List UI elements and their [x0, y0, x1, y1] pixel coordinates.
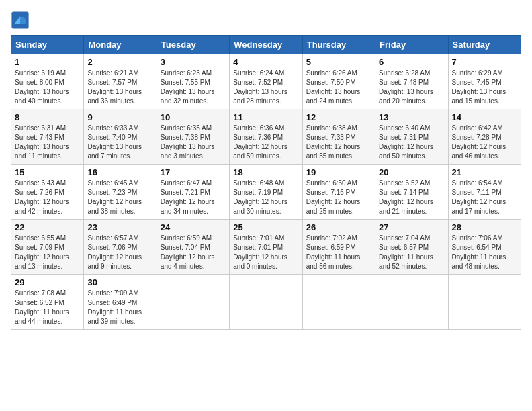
- day-number: 6: [379, 57, 444, 67]
- day-info: Sunrise: 6:59 AM Sunset: 7:04 PM Dayligh…: [161, 234, 226, 271]
- day-info: Sunrise: 6:21 AM Sunset: 7:57 PM Dayligh…: [87, 68, 152, 106]
- day-number: 12: [306, 112, 371, 122]
- day-number: 17: [161, 167, 226, 177]
- calendar-cell: 1 Sunrise: 6:19 AM Sunset: 8:00 PM Dayli…: [11, 54, 84, 109]
- calendar-cell: 9 Sunrise: 6:33 AM Sunset: 7:40 PM Dayli…: [84, 109, 157, 165]
- day-info: Sunrise: 6:31 AM Sunset: 7:43 PM Dayligh…: [15, 124, 80, 161]
- calendar-table: SundayMondayTuesdayWednesdayThursdayFrid…: [11, 35, 521, 330]
- calendar-week-5: 29 Sunrise: 7:08 AM Sunset: 6:52 PM Dayl…: [11, 275, 521, 330]
- day-number: 2: [87, 57, 152, 67]
- calendar-cell: [375, 275, 448, 330]
- day-info: Sunrise: 6:23 AM Sunset: 7:55 PM Dayligh…: [161, 68, 226, 106]
- calendar-cell: [230, 275, 302, 330]
- day-info: Sunrise: 6:43 AM Sunset: 7:26 PM Dayligh…: [15, 179, 80, 216]
- calendar-cell: 18 Sunrise: 6:48 AM Sunset: 7:19 PM Dayl…: [230, 165, 302, 220]
- day-number: 24: [161, 222, 226, 232]
- calendar-cell: 12 Sunrise: 6:38 AM Sunset: 7:33 PM Dayl…: [302, 109, 375, 165]
- calendar-cell: 22 Sunrise: 6:55 AM Sunset: 7:09 PM Dayl…: [11, 220, 84, 275]
- calendar-cell: 2 Sunrise: 6:21 AM Sunset: 7:57 PM Dayli…: [84, 54, 157, 109]
- day-info: Sunrise: 6:55 AM Sunset: 7:09 PM Dayligh…: [15, 234, 80, 271]
- day-number: 14: [452, 112, 517, 122]
- day-info: Sunrise: 6:19 AM Sunset: 8:00 PM Dayligh…: [15, 68, 80, 106]
- calendar-cell: 13 Sunrise: 6:40 AM Sunset: 7:31 PM Dayl…: [375, 109, 448, 165]
- day-number: 19: [306, 167, 371, 177]
- day-number: 11: [233, 112, 298, 122]
- day-number: 30: [87, 277, 152, 287]
- calendar-cell: 17 Sunrise: 6:47 AM Sunset: 7:21 PM Dayl…: [157, 165, 229, 220]
- calendar-cell: 4 Sunrise: 6:24 AM Sunset: 7:52 PM Dayli…: [230, 54, 302, 109]
- calendar-cell: 28 Sunrise: 7:06 AM Sunset: 6:54 PM Dayl…: [448, 220, 521, 275]
- calendar-cell: 11 Sunrise: 6:36 AM Sunset: 7:36 PM Dayl…: [230, 109, 302, 165]
- day-info: Sunrise: 6:57 AM Sunset: 7:06 PM Dayligh…: [87, 234, 152, 271]
- day-info: Sunrise: 6:40 AM Sunset: 7:31 PM Dayligh…: [379, 124, 444, 161]
- calendar-cell: [302, 275, 375, 330]
- calendar-cell: 30 Sunrise: 7:09 AM Sunset: 6:49 PM Dayl…: [84, 275, 157, 330]
- day-number: 13: [379, 112, 444, 122]
- day-number: 7: [452, 57, 517, 67]
- day-number: 18: [233, 167, 298, 177]
- day-number: 25: [233, 222, 298, 232]
- day-number: 29: [15, 277, 80, 287]
- day-number: 16: [87, 167, 152, 177]
- day-info: Sunrise: 6:36 AM Sunset: 7:36 PM Dayligh…: [233, 124, 298, 161]
- header: [11, 11, 521, 30]
- day-number: 5: [306, 57, 371, 67]
- calendar-week-4: 22 Sunrise: 6:55 AM Sunset: 7:09 PM Dayl…: [11, 220, 521, 275]
- day-header-sunday: Sunday: [11, 36, 84, 54]
- day-info: Sunrise: 6:35 AM Sunset: 7:38 PM Dayligh…: [161, 124, 226, 161]
- calendar-cell: 25 Sunrise: 7:01 AM Sunset: 7:01 PM Dayl…: [230, 220, 302, 275]
- day-info: Sunrise: 6:42 AM Sunset: 7:28 PM Dayligh…: [452, 124, 517, 161]
- logo-icon: [11, 11, 30, 30]
- day-info: Sunrise: 6:54 AM Sunset: 7:11 PM Dayligh…: [452, 179, 517, 216]
- day-header-thursday: Thursday: [302, 36, 375, 54]
- day-info: Sunrise: 6:45 AM Sunset: 7:23 PM Dayligh…: [87, 179, 152, 216]
- day-header-saturday: Saturday: [448, 36, 521, 54]
- day-info: Sunrise: 6:47 AM Sunset: 7:21 PM Dayligh…: [161, 179, 226, 216]
- calendar-cell: 16 Sunrise: 6:45 AM Sunset: 7:23 PM Dayl…: [84, 165, 157, 220]
- calendar-cell: [448, 275, 521, 330]
- calendar-cell: 19 Sunrise: 6:50 AM Sunset: 7:16 PM Dayl…: [302, 165, 375, 220]
- day-info: Sunrise: 6:33 AM Sunset: 7:40 PM Dayligh…: [87, 124, 152, 161]
- calendar-cell: 29 Sunrise: 7:08 AM Sunset: 6:52 PM Dayl…: [11, 275, 84, 330]
- day-number: 21: [452, 167, 517, 177]
- calendar-header-row: SundayMondayTuesdayWednesdayThursdayFrid…: [11, 36, 521, 54]
- day-number: 20: [379, 167, 444, 177]
- day-info: Sunrise: 6:50 AM Sunset: 7:16 PM Dayligh…: [306, 179, 371, 216]
- day-info: Sunrise: 7:09 AM Sunset: 6:49 PM Dayligh…: [87, 289, 152, 326]
- calendar-cell: 8 Sunrise: 6:31 AM Sunset: 7:43 PM Dayli…: [11, 109, 84, 165]
- day-number: 15: [15, 167, 80, 177]
- calendar-cell: 27 Sunrise: 7:04 AM Sunset: 6:57 PM Dayl…: [375, 220, 448, 275]
- calendar-cell: 10 Sunrise: 6:35 AM Sunset: 7:38 PM Dayl…: [157, 109, 229, 165]
- calendar-cell: 7 Sunrise: 6:29 AM Sunset: 7:45 PM Dayli…: [448, 54, 521, 109]
- calendar-cell: 15 Sunrise: 6:43 AM Sunset: 7:26 PM Dayl…: [11, 165, 84, 220]
- day-number: 23: [87, 222, 152, 232]
- calendar-cell: [157, 275, 229, 330]
- day-info: Sunrise: 6:48 AM Sunset: 7:19 PM Dayligh…: [233, 179, 298, 216]
- calendar-cell: 21 Sunrise: 6:54 AM Sunset: 7:11 PM Dayl…: [448, 165, 521, 220]
- day-info: Sunrise: 6:29 AM Sunset: 7:45 PM Dayligh…: [452, 68, 517, 106]
- day-number: 10: [161, 112, 226, 122]
- day-header-friday: Friday: [375, 36, 448, 54]
- day-info: Sunrise: 6:28 AM Sunset: 7:48 PM Dayligh…: [379, 68, 444, 106]
- calendar-cell: 24 Sunrise: 6:59 AM Sunset: 7:04 PM Dayl…: [157, 220, 229, 275]
- day-number: 9: [87, 112, 152, 122]
- calendar-week-3: 15 Sunrise: 6:43 AM Sunset: 7:26 PM Dayl…: [11, 165, 521, 220]
- day-number: 4: [233, 57, 298, 67]
- day-info: Sunrise: 7:06 AM Sunset: 6:54 PM Dayligh…: [452, 234, 517, 271]
- day-info: Sunrise: 6:24 AM Sunset: 7:52 PM Dayligh…: [233, 68, 298, 106]
- day-number: 3: [161, 57, 226, 67]
- calendar-week-2: 8 Sunrise: 6:31 AM Sunset: 7:43 PM Dayli…: [11, 109, 521, 165]
- calendar-cell: 20 Sunrise: 6:52 AM Sunset: 7:14 PM Dayl…: [375, 165, 448, 220]
- day-info: Sunrise: 7:04 AM Sunset: 6:57 PM Dayligh…: [379, 234, 444, 271]
- logo: [11, 11, 32, 30]
- day-info: Sunrise: 7:02 AM Sunset: 6:59 PM Dayligh…: [306, 234, 371, 271]
- calendar-cell: 3 Sunrise: 6:23 AM Sunset: 7:55 PM Dayli…: [157, 54, 229, 109]
- day-number: 22: [15, 222, 80, 232]
- day-number: 28: [452, 222, 517, 232]
- day-info: Sunrise: 6:26 AM Sunset: 7:50 PM Dayligh…: [306, 68, 371, 106]
- calendar-week-1: 1 Sunrise: 6:19 AM Sunset: 8:00 PM Dayli…: [11, 54, 521, 109]
- day-number: 26: [306, 222, 371, 232]
- day-header-wednesday: Wednesday: [230, 36, 302, 54]
- calendar-cell: 23 Sunrise: 6:57 AM Sunset: 7:06 PM Dayl…: [84, 220, 157, 275]
- day-info: Sunrise: 7:08 AM Sunset: 6:52 PM Dayligh…: [15, 289, 80, 326]
